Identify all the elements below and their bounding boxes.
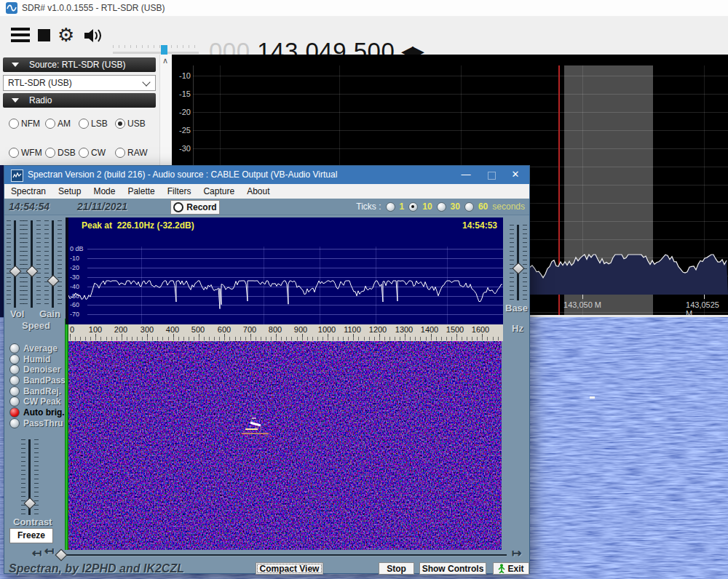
ticks-radio-60[interactable] — [464, 202, 474, 212]
denoiser-checkbox[interactable] — [9, 364, 20, 375]
collapse-triangle-icon — [12, 63, 19, 67]
record-circle-icon — [173, 202, 183, 212]
spectran-menu-bar: Spectran Setup Mode Palette Filters Capt… — [4, 184, 529, 199]
exit-button[interactable]: Exit — [493, 562, 529, 575]
bandrej-checkbox[interactable] — [9, 386, 20, 396]
base-slider[interactable] — [510, 225, 527, 300]
horizontal-slider-thumb[interactable] — [55, 549, 68, 562]
db-tick-label: -30 — [172, 144, 191, 153]
ticks-label: Ticks : — [356, 201, 381, 212]
screen: SDR# v1.0.0.1555 - RTL-SDR (USB) ⚙ 000.1… — [0, 0, 728, 579]
maximize-button[interactable] — [479, 166, 504, 184]
menu-palette[interactable]: Palette — [127, 186, 154, 196]
stop-button[interactable] — [38, 29, 50, 41]
scroll-up-icon[interactable]: ∧ — [162, 56, 168, 65]
horizontal-scroll-slider[interactable] — [66, 554, 507, 556]
db-tick-label: -20 — [172, 108, 191, 116]
source-dropdown[interactable]: RTL-SDR (USB) — [3, 75, 156, 91]
sdrsharp-logo-icon — [6, 2, 17, 14]
auto-brig-checkbox[interactable] — [9, 407, 20, 418]
spectran-spectrum-panel[interactable]: Peak at 226.10Hz (-32.2dB) 14:54:53 0 dB… — [68, 217, 503, 324]
menu-hamburger-icon[interactable] — [11, 28, 30, 45]
menu-capture[interactable]: Capture — [203, 186, 234, 196]
seconds-label: seconds — [492, 201, 525, 212]
scroll-right-arrow-icon[interactable]: ↦ — [512, 546, 521, 560]
return-left-arrow-icon[interactable]: ↤ — [44, 544, 54, 558]
ticks-radio-30[interactable] — [437, 202, 446, 212]
spectran-app-icon — [11, 169, 23, 182]
base-label: Base — [505, 303, 528, 314]
freeze-button[interactable]: Freeze — [9, 528, 53, 543]
speed-label: Speed — [22, 320, 50, 331]
source-section-header[interactable]: Source: RTL-SDR (USB) — [3, 57, 156, 72]
gain-label: Gain — [39, 308, 60, 319]
menu-setup[interactable]: Setup — [58, 186, 81, 196]
spectran-window[interactable]: Spectran Version 2 (build 216) - Audio s… — [4, 165, 530, 574]
menu-filters[interactable]: Filters — [167, 186, 191, 196]
spectran-main-area: Vol Gain Speed Average Humid Denoiser Ba… — [4, 215, 529, 573]
ticks-interval-group: Ticks : 1 10 30 60 seconds — [356, 201, 525, 212]
frequency-ruler: 0 100 200 300 400 500 600 700 800 900 10… — [68, 324, 503, 341]
sdr-toolbar: ⚙ 000.143.049.500 ◀▶ — [0, 16, 728, 55]
sdr-window-title: SDR# v1.0.0.1555 - RTL-SDR (USB) — [22, 3, 165, 13]
scroll-left-arrow-icon[interactable]: ↤ — [32, 546, 41, 560]
cw-peak-checkbox[interactable] — [9, 396, 20, 407]
spectran-title-bar[interactable]: Spectran Version 2 (build 216) - Audio s… — [4, 166, 529, 184]
maximize-icon — [488, 172, 496, 180]
average-checkbox[interactable] — [9, 343, 20, 354]
record-button[interactable]: Record — [170, 200, 220, 215]
gear-icon[interactable]: ⚙ — [58, 22, 74, 48]
spectran-trace — [68, 217, 503, 324]
chevron-down-icon — [142, 78, 150, 86]
sdr-sidebar: Source: RTL-SDR (USB) RTL-SDR (USB) Radi… — [0, 55, 159, 165]
spectran-waterfall-display[interactable] — [68, 341, 502, 550]
contrast-label: Contrast — [13, 516, 52, 527]
minimize-button[interactable]: — — [454, 166, 478, 184]
db-tick-label: -10 — [172, 71, 191, 80]
close-button[interactable]: ✕ — [503, 166, 528, 184]
sdr-title-bar: SDR# v1.0.0.1555 - RTL-SDR (USB) — [0, 0, 728, 16]
sidebar-scrollbar[interactable]: ∧ — [159, 55, 173, 165]
show-controls-button[interactable]: Show Controls — [419, 562, 486, 575]
spectran-bottom-bar: Spectran, by I2PHD and IK2CZL Compact Vi… — [4, 562, 529, 575]
speed-slider[interactable] — [44, 220, 62, 308]
clock-display: 14:54:54 — [9, 201, 50, 212]
humid-checkbox[interactable] — [9, 354, 20, 364]
waterfall-signal-dot — [590, 396, 595, 399]
credits-text: Spectran, by I2PHD and IK2CZL — [9, 562, 184, 575]
menu-mode[interactable]: Mode — [93, 186, 115, 196]
hz-unit-label: Hz — [512, 323, 523, 334]
gain-slider[interactable] — [23, 220, 41, 308]
passthru-checkbox[interactable] — [9, 418, 20, 428]
ticks-radio-10[interactable] — [408, 202, 418, 212]
date-display: 21/11/2021 — [77, 201, 127, 212]
frequency-scale-label: 143,050 M — [563, 300, 601, 309]
exit-person-icon — [498, 564, 505, 573]
bandpass-checkbox[interactable] — [9, 375, 20, 386]
stop-button-spectran[interactable]: Stop — [379, 562, 414, 575]
radio-section-header[interactable]: Radio — [3, 93, 156, 108]
vol-label: Vol — [10, 308, 24, 319]
db-tick-label: -25 — [172, 126, 191, 135]
spectran-status-bar: 14:54:54 21/11/2021 Record Ticks : 1 10 … — [4, 199, 529, 215]
vol-slider[interactable] — [7, 220, 24, 308]
speaker-icon[interactable] — [83, 28, 103, 44]
ticks-radio-1[interactable] — [386, 202, 395, 212]
compact-view-button[interactable]: Compact View — [256, 562, 323, 575]
contrast-slider[interactable] — [21, 439, 39, 515]
menu-about[interactable]: About — [247, 186, 269, 196]
menu-spectran[interactable]: Spectran — [11, 186, 46, 196]
collapse-triangle-icon — [12, 98, 19, 103]
db-tick-label: -15 — [172, 89, 191, 98]
spectran-window-title: Spectran Version 2 (build 216) - Audio s… — [28, 169, 337, 180]
